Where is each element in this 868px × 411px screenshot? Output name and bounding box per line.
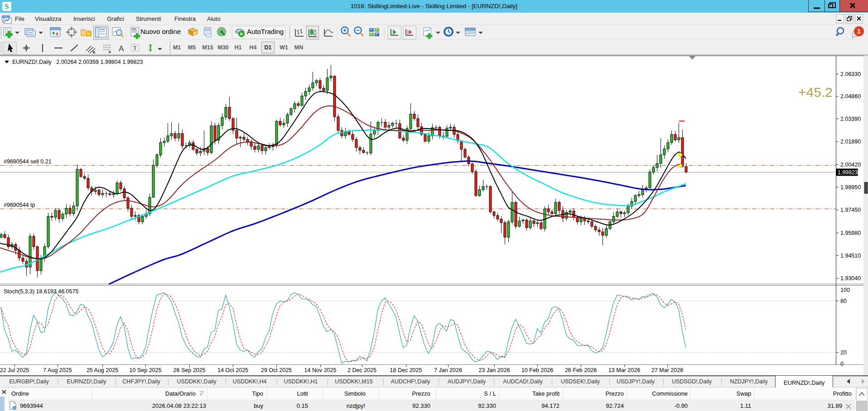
svg-text:14 Nov 2025: 14 Nov 2025 (304, 367, 337, 373)
svg-text:1: 1 (857, 27, 861, 35)
svg-text:2.06330: 2.06330 (840, 71, 861, 77)
svg-text:10 Sep 2025: 10 Sep 2025 (130, 367, 162, 373)
svg-text:2.00420: 2.00420 (840, 162, 861, 168)
svg-text:22 Jul 2025: 22 Jul 2025 (0, 367, 29, 373)
svg-text:2.01890: 2.01890 (840, 139, 861, 145)
svg-text:2.04860: 2.04860 (840, 93, 861, 100)
svg-text:23 Jan 2026: 23 Jan 2026 (479, 367, 510, 373)
svg-text:#9690544 tp: #9690544 tp (4, 202, 35, 208)
svg-text:0: 0 (840, 361, 844, 367)
svg-text:1.95980: 1.95980 (840, 230, 861, 236)
svg-text:#9690544 sell 0.21: #9690544 sell 0.21 (4, 158, 52, 165)
svg-text:S: S (5, 3, 9, 10)
svg-text:2.03390: 2.03390 (840, 116, 861, 122)
svg-text:Stoch(5,3,3) 18.6193 46.0575: Stoch(5,3,3) 18.6193 46.0575 (4, 288, 78, 295)
svg-text:29 Oct 2025: 29 Oct 2025 (261, 367, 292, 373)
svg-text:100: 100 (840, 287, 850, 293)
svg-text:1.99823: 1.99823 (838, 169, 858, 176)
svg-text:F: F (109, 50, 111, 54)
svg-text:26 Feb 2026: 26 Feb 2026 (565, 367, 597, 373)
svg-text:20: 20 (840, 349, 847, 356)
svg-text:18 Dec 2025: 18 Dec 2025 (390, 367, 422, 373)
svg-text:2 Dec 2025: 2 Dec 2025 (347, 367, 376, 373)
svg-text:7 Jan 2026: 7 Jan 2026 (434, 367, 462, 373)
svg-text:+45.2: +45.2 (798, 85, 833, 100)
svg-text:13 Mar 2026: 13 Mar 2026 (608, 367, 640, 373)
svg-text:80: 80 (840, 298, 847, 304)
svg-text:1.97450: 1.97450 (840, 207, 861, 213)
svg-text:A: A (119, 44, 124, 53)
svg-text:14 Oct 2025: 14 Oct 2025 (217, 367, 248, 373)
svg-text:26 Sep 2025: 26 Sep 2025 (174, 367, 206, 373)
svg-text:7 Aug 2025: 7 Aug 2025 (43, 367, 72, 373)
svg-text:T: T (133, 45, 137, 52)
svg-text:10 Feb 2026: 10 Feb 2026 (521, 367, 553, 373)
svg-text:1.98950: 1.98950 (840, 184, 861, 191)
svg-text:1.93040: 1.93040 (840, 275, 861, 282)
svg-text:EURNZD!,Daily 2.00264 2.0035: EURNZD!,Daily 2.00264 2.00359 1.99804 1.… (12, 59, 143, 65)
svg-text:27 Mar 2026: 27 Mar 2026 (651, 367, 683, 373)
svg-text:25 Aug 2025: 25 Aug 2025 (87, 367, 118, 373)
svg-text:1.94510: 1.94510 (840, 253, 861, 259)
svg-text:E: E (93, 50, 96, 54)
